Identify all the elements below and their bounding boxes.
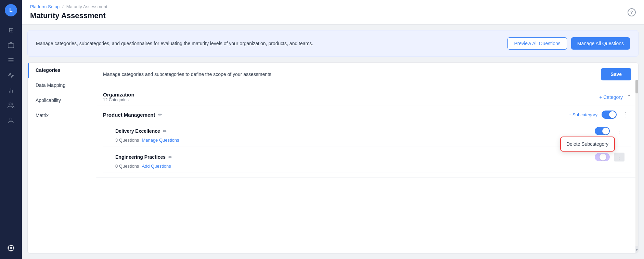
- nav-item-applicability[interactable]: Applicability: [28, 93, 96, 108]
- briefcase-icon[interactable]: [4, 38, 18, 52]
- left-nav: Categories Data Mapping Applicability Ma…: [27, 62, 96, 254]
- panel-header-text: Manage categories and subcategories to d…: [103, 72, 271, 77]
- subcategory-actions-delivery: ⋮: [595, 127, 624, 135]
- org-right: + Category ⌃: [599, 94, 631, 100]
- category-actions: + Subcategory ⋮: [569, 110, 631, 119]
- preview-all-questions-button[interactable]: Preview All Questions: [507, 37, 567, 50]
- category-name-text: Product Management: [103, 112, 155, 118]
- org-info: Organization 12 Categories: [103, 92, 134, 102]
- panel-header: Manage categories and subcategories to d…: [96, 63, 638, 86]
- topbar: Platform Setup / Maturity Assessment Mat…: [22, 0, 644, 25]
- avatar: L: [5, 4, 17, 16]
- add-questions-link[interactable]: Add Questions: [142, 164, 171, 169]
- banner-text: Manage categories, subcategories, and qu…: [36, 41, 507, 46]
- subcategory-engineering-meta: 0 Questions Add Questions: [115, 164, 624, 169]
- svg-rect-0: [8, 44, 14, 48]
- right-panel: Manage categories and subcategories to d…: [96, 62, 639, 254]
- save-button[interactable]: Save: [601, 68, 631, 80]
- subcategory-delivery-meta: 3 Questions Manage Questions: [115, 138, 624, 143]
- manage-questions-link[interactable]: Manage Questions: [142, 138, 179, 143]
- user-single-icon[interactable]: [4, 114, 18, 127]
- subcategory-name-text: Delivery Excellence: [115, 128, 160, 134]
- svg-point-6: [10, 247, 12, 249]
- breadcrumb-separator: /: [62, 4, 64, 9]
- edit-subcategory-engineering-icon[interactable]: ✏: [168, 155, 172, 160]
- page-title: Maturity Assessment: [30, 11, 636, 20]
- banner: Manage categories, subcategories, and qu…: [27, 30, 639, 57]
- category-header: Product Management ✏ + Subcategory ⋮: [103, 110, 631, 119]
- breadcrumb: Platform Setup / Maturity Assessment: [30, 4, 636, 9]
- org-title: Organization: [103, 92, 134, 98]
- manage-all-questions-button[interactable]: Manage All Questions: [571, 37, 630, 50]
- banner-actions: Preview All Questions Manage All Questio…: [507, 37, 630, 50]
- svg-point-4: [9, 103, 11, 105]
- subcategory-actions-engineering: ⋮: [595, 153, 624, 161]
- settings-icon[interactable]: [4, 241, 18, 255]
- chart-icon[interactable]: [4, 68, 18, 82]
- category-product-management: Product Management ✏ + Subcategory ⋮: [96, 105, 638, 178]
- people-icon[interactable]: [4, 99, 18, 112]
- subcategory-engineering-more-button[interactable]: ⋮: [614, 153, 624, 161]
- sidebar: L ⊞: [0, 0, 22, 259]
- subcategory-name-delivery: Delivery Excellence ✏: [115, 128, 167, 134]
- subcategory-engineering-practices: Engineering Practices ✏ ⋮ 0 Questions Ad…: [103, 149, 631, 172]
- subcategory-engineering-toggle[interactable]: [595, 153, 610, 161]
- edit-subcategory-delivery-icon[interactable]: ✏: [163, 129, 167, 134]
- edit-category-icon[interactable]: ✏: [158, 112, 162, 117]
- org-subtitle: 12 Categories: [103, 98, 134, 102]
- scroll-down-button[interactable]: ▼: [635, 246, 638, 253]
- grid-icon[interactable]: ⊞: [4, 23, 18, 37]
- category-name: Product Management ✏: [103, 112, 162, 118]
- content-area: Categories Data Mapping Applicability Ma…: [27, 62, 639, 254]
- subcategory-name-engineering: Engineering Practices ✏: [115, 154, 172, 160]
- category-toggle[interactable]: [602, 111, 617, 119]
- nav-item-categories[interactable]: Categories: [28, 63, 96, 78]
- subcategory-name-text-engineering: Engineering Practices: [115, 154, 166, 160]
- organization-section: Organization 12 Categories + Category ⌃: [96, 86, 638, 105]
- context-menu: Delete Subcategory: [560, 137, 615, 152]
- delivery-questions-count: 3 Questions: [115, 138, 139, 143]
- subcategory-delivery-more-button[interactable]: ⋮: [614, 127, 624, 135]
- add-category-button[interactable]: + Category: [599, 94, 623, 100]
- engineering-questions-count: 0 Questions: [115, 164, 139, 169]
- list-icon[interactable]: [4, 53, 18, 67]
- breadcrumb-parent[interactable]: Platform Setup: [30, 4, 60, 9]
- delete-subcategory-item[interactable]: Delete Subcategory: [561, 137, 614, 151]
- main-area: Platform Setup / Maturity Assessment Mat…: [22, 0, 644, 259]
- nav-item-data-mapping[interactable]: Data Mapping: [28, 78, 96, 93]
- nav-item-matrix[interactable]: Matrix: [28, 108, 96, 123]
- scrollbar-track[interactable]: ▼: [635, 80, 638, 253]
- breadcrumb-current: Maturity Assessment: [66, 4, 107, 9]
- svg-point-5: [10, 118, 12, 120]
- collapse-org-button[interactable]: ⌃: [627, 94, 631, 100]
- category-more-button[interactable]: ⋮: [621, 110, 631, 119]
- subcategory-delivery-excellence: Delivery Excellence ✏ ⋮ 3 Questions Mana…: [103, 123, 631, 146]
- subcategory-delivery-toggle[interactable]: [595, 127, 610, 135]
- help-icon[interactable]: ?: [628, 8, 636, 16]
- panel-body: Organization 12 Categories + Category ⌃ …: [96, 86, 638, 253]
- analytics-icon[interactable]: [4, 83, 18, 97]
- scrollbar-thumb[interactable]: [635, 80, 638, 93]
- subcategory-header-engineering: Engineering Practices ✏ ⋮: [115, 153, 624, 161]
- add-subcategory-button[interactable]: + Subcategory: [569, 112, 597, 117]
- subcategory-header-delivery: Delivery Excellence ✏ ⋮: [115, 127, 624, 135]
